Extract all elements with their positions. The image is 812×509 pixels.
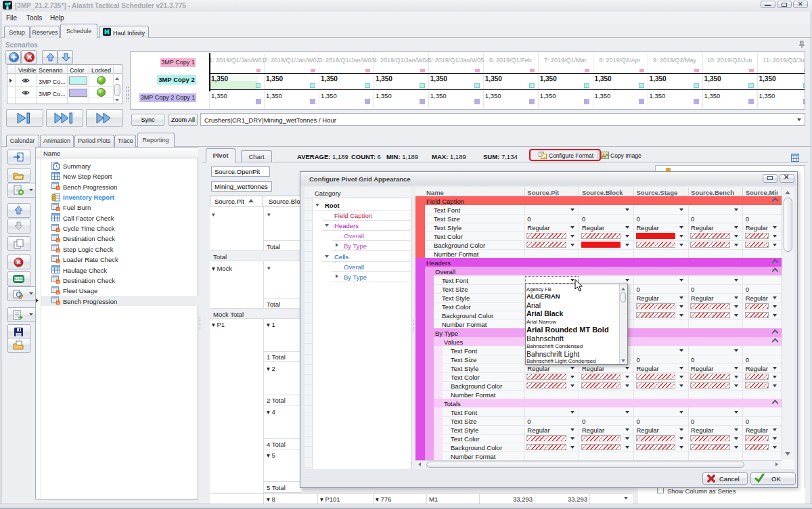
svg-text:x: x: [57, 259, 59, 263]
svg-text:x: x: [57, 280, 59, 284]
svg-text:x: x: [57, 227, 59, 231]
svg-text:x: x: [57, 301, 59, 305]
svg-text:XLSX: XLSX: [14, 277, 23, 281]
svg-text:x: x: [57, 248, 59, 252]
svg-text:x: x: [57, 186, 59, 190]
svg-text:x: x: [57, 290, 59, 294]
svg-text:x: x: [57, 207, 59, 211]
svg-text:x: x: [57, 238, 59, 242]
